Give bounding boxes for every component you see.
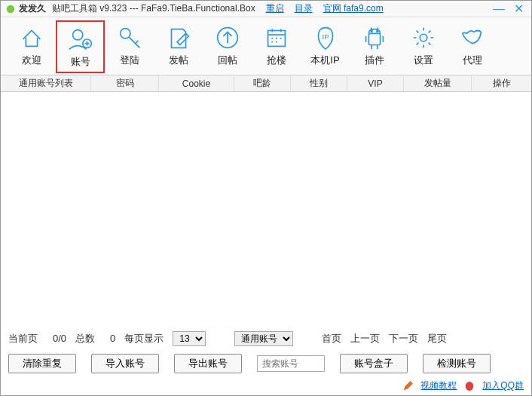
svg-text:IP: IP bbox=[322, 32, 329, 41]
home-icon bbox=[17, 23, 46, 52]
total-label: 总数0 bbox=[75, 332, 115, 345]
tool-account[interactable]: 账号 bbox=[56, 20, 105, 73]
check-account-button[interactable]: 检测账号 bbox=[423, 354, 491, 373]
titlebar: 发发久 贴吧工具箱 v9.323 --- FaFa9.TieBa.Functio… bbox=[1, 1, 531, 17]
col-password[interactable]: 密码 bbox=[91, 75, 159, 92]
tool-post[interactable]: 发帖 bbox=[154, 20, 203, 73]
app-subtitle: 贴吧工具箱 v9.323 --- FaFa9.TieBa.Functional.… bbox=[52, 2, 255, 15]
tool-settings[interactable]: 设置 bbox=[399, 20, 448, 73]
svg-point-3 bbox=[120, 29, 130, 38]
pager-row: 当前页0/0 总数0 每页显示 13 通用账号 首页 上一页 下一页 尾页 bbox=[1, 328, 531, 349]
last-page[interactable]: 尾页 bbox=[427, 332, 447, 345]
svg-point-10 bbox=[420, 34, 427, 41]
app-logo-icon bbox=[5, 4, 16, 14]
app-name: 发发久 bbox=[19, 2, 46, 15]
tool-grab[interactable]: 抢楼 bbox=[252, 20, 301, 73]
svg-point-0 bbox=[7, 5, 15, 13]
col-age[interactable]: 吧龄 bbox=[234, 75, 291, 92]
tool-plugin[interactable]: 插件 bbox=[350, 20, 399, 73]
col-cookie[interactable]: Cookie bbox=[159, 76, 234, 91]
table-header: 通用账号列表 密码 Cookie 吧龄 性别 VIP 发帖量 操作 bbox=[1, 75, 531, 92]
col-account[interactable]: 通用账号列表 bbox=[1, 75, 91, 92]
search-account-input[interactable] bbox=[257, 355, 325, 372]
key-icon bbox=[115, 23, 144, 52]
prev-page[interactable]: 上一页 bbox=[350, 332, 380, 345]
svg-point-11 bbox=[466, 381, 474, 390]
export-account-button[interactable]: 导出账号 bbox=[174, 354, 242, 373]
col-gender[interactable]: 性别 bbox=[291, 75, 347, 92]
official-link[interactable]: 官网 fafa9.com bbox=[323, 2, 384, 15]
pagesize-select[interactable]: 13 bbox=[173, 331, 206, 346]
footer: 视频教程 加入QQ群 bbox=[1, 378, 531, 395]
calendar-icon bbox=[262, 23, 291, 52]
col-vip[interactable]: VIP bbox=[347, 76, 404, 91]
action-row: 清除重复 导入账号 导出账号 账号盒子 检测账号 bbox=[1, 349, 531, 378]
user-add-icon bbox=[66, 25, 95, 54]
clear-duplicates-button[interactable]: 清除重复 bbox=[8, 354, 76, 373]
tool-reply[interactable]: 回帖 bbox=[203, 20, 252, 73]
close-icon[interactable]: ✕ bbox=[511, 2, 527, 16]
pencil-icon bbox=[402, 381, 413, 391]
edit-icon bbox=[164, 23, 193, 52]
android-icon bbox=[360, 23, 389, 52]
pagesize-label: 每页显示 bbox=[124, 332, 164, 345]
restart-link[interactable]: 重启 bbox=[266, 2, 284, 15]
svg-point-9 bbox=[376, 31, 378, 32]
ip-icon: IP bbox=[311, 23, 340, 52]
upload-icon bbox=[213, 23, 242, 52]
bird-icon bbox=[458, 23, 487, 52]
svg-point-8 bbox=[371, 31, 372, 32]
minimize-icon[interactable]: — bbox=[490, 2, 508, 16]
account-box-button[interactable]: 账号盒子 bbox=[340, 354, 408, 373]
first-page[interactable]: 首页 bbox=[322, 332, 341, 345]
tool-proxy[interactable]: 代理 bbox=[448, 20, 497, 73]
qq-icon bbox=[464, 381, 475, 391]
video-tutorial-link[interactable]: 视频教程 bbox=[420, 379, 457, 392]
main-toolbar: 欢迎 账号 登陆 发帖 回帖 抢楼 IP 本机IP 插件 设置 代理 bbox=[1, 17, 531, 75]
tool-welcome[interactable]: 欢迎 bbox=[7, 20, 56, 73]
col-posts[interactable]: 发帖量 bbox=[404, 75, 472, 92]
filter-select[interactable]: 通用账号 bbox=[234, 331, 293, 346]
tool-ip[interactable]: IP 本机IP bbox=[301, 20, 350, 73]
svg-point-1 bbox=[72, 30, 82, 40]
col-action[interactable]: 操作 bbox=[472, 75, 531, 92]
import-account-button[interactable]: 导入账号 bbox=[91, 354, 159, 373]
next-page[interactable]: 下一页 bbox=[389, 332, 418, 345]
table-body bbox=[1, 92, 531, 328]
tool-login[interactable]: 登陆 bbox=[105, 20, 154, 73]
gear-icon bbox=[409, 23, 438, 52]
catalog-link[interactable]: 目录 bbox=[295, 2, 313, 15]
qq-group-link[interactable]: 加入QQ群 bbox=[482, 379, 524, 392]
svg-rect-7 bbox=[368, 33, 380, 45]
current-page-label: 当前页0/0 bbox=[8, 332, 66, 345]
